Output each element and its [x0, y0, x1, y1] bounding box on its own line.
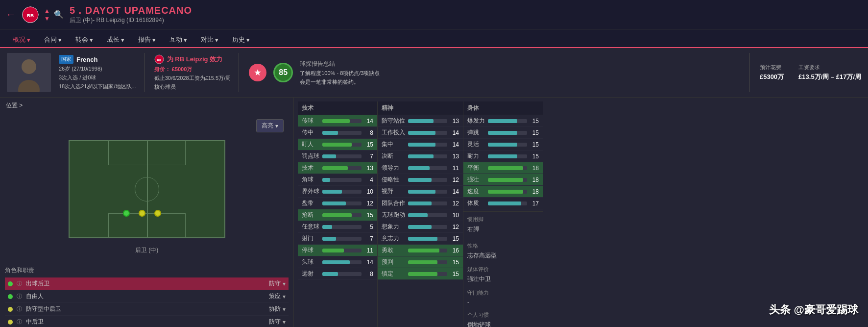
role-dot-3: [8, 307, 13, 312]
stat-determination: 意志力 15: [378, 233, 463, 245]
role-action-1[interactable]: 防守 ▾: [269, 279, 286, 288]
stat-jumping: 弹跳 15: [463, 127, 543, 139]
role-dropdown-2[interactable]: ▾: [283, 293, 286, 300]
scout-text: 球探报告总结 了解程度100% - 8项优点/3项缺点 会是一笔非常棒的签约。: [300, 60, 380, 86]
player-youth-caps: 18次入选21岁以下国家/地区队...: [59, 83, 136, 90]
pitch-diagram: [69, 140, 225, 238]
pitch-label: 后卫 (中): [135, 246, 158, 254]
media-section: 媒体评价 强壮中卫: [467, 266, 539, 283]
preferred-foot-section: 惯用脚 右脚: [467, 216, 483, 233]
role-info-icon-2[interactable]: ⓘ: [17, 293, 22, 300]
stat-passing: 传球 14: [298, 115, 377, 127]
role-dropdown-4[interactable]: ▾: [283, 319, 286, 326]
personality-value: 志存高远型: [467, 252, 539, 260]
ability-section: 守门能力 -: [467, 289, 539, 305]
search-icon[interactable]: 🔍: [54, 10, 64, 19]
role-info-icon-1[interactable]: ⓘ: [17, 280, 22, 287]
role-row-3[interactable]: ⓘ 防守型中后卫 协防 ▾: [5, 303, 289, 316]
habit-value-1: 倒地铲球: [467, 321, 539, 327]
role-dropdown-3[interactable]: ▾: [283, 306, 286, 313]
stat-dribbling: 盘带 12: [298, 198, 377, 209]
role-name-2: 自由人: [26, 292, 265, 301]
role-action-4[interactable]: 防守 ▾: [269, 318, 286, 326]
role-row-4[interactable]: ⓘ 中后卫 防守 ▾: [5, 316, 289, 327]
scout-title: 球探报告总结: [300, 60, 380, 68]
player-dot-3: [154, 210, 161, 217]
left-panel: 位置 > 高亮 ▾ 后卫 (中) 角色: [0, 98, 294, 327]
role-row-2[interactable]: ⓘ 自由人 策应 ▾: [5, 290, 289, 303]
financial-block: 预计花费 £5300万 工资要求 £13.5万/周 – £17万/周: [749, 53, 861, 92]
player-info-section: 国家 French 26岁 (27/10/1998) 3次入选 / 进0球 18…: [0, 48, 868, 98]
stats-mental: 精神 防守站位 13 工作投入 14 集中 14 决断: [378, 101, 463, 327]
mental-header: 精神: [378, 101, 463, 115]
role-action-3[interactable]: 协防 ▾: [269, 305, 286, 313]
ability-label: 守门能力: [467, 289, 539, 297]
svg-text:RB: RB: [157, 59, 161, 62]
club-info: RB 为 RB Leipzig 效力 身价： £5000万 截止30/6/202…: [144, 53, 231, 92]
player-nav-arrows[interactable]: ▲ ▼: [44, 7, 50, 22]
scout-report: ★ 85 球探报告总结 了解程度100% - 8项优点/3项缺点 会是一笔非常棒…: [239, 53, 742, 92]
tab-match[interactable]: 对比 ▾: [194, 32, 225, 48]
preferred-foot-value: 右脚: [467, 225, 483, 233]
personality-label: 性格: [467, 242, 539, 250]
stats-wrapper: 技术 传球 14 传中 8 盯人 15 罚点球: [298, 101, 864, 327]
tab-overview[interactable]: 概况 ▾: [6, 32, 37, 48]
habit-label: 个人习惯: [467, 311, 539, 319]
top-header: ← RB ▲ ▼ 🔍 5 . DAYOT UPAMECANO 后卫 (中)- R…: [0, 0, 868, 29]
stat-longshot: 远射 8: [298, 268, 377, 280]
player-age: 26岁 (27/10/1998): [59, 65, 136, 73]
role-dot-2: [8, 294, 13, 299]
player-nationality: 国家 French: [59, 55, 136, 64]
role-dot-1: [8, 281, 13, 286]
stat-bravery: 勇敢 16: [378, 245, 463, 256]
club-label: 为 RB Leipzig 效力: [167, 55, 222, 64]
nationality-badge: 国家: [59, 55, 73, 64]
stat-workrate: 工作投入 14: [378, 127, 463, 139]
stat-penalty: 罚点球 7: [298, 151, 377, 162]
role-action-2[interactable]: 策应 ▾: [269, 292, 286, 301]
tab-development[interactable]: 成长 ▾: [100, 32, 131, 48]
pitch-area: 高亮 ▾ 后卫 (中): [0, 114, 293, 259]
media-value: 强壮中卫: [467, 275, 539, 283]
nav-up-arrow[interactable]: ▲: [44, 7, 50, 14]
player-name-block: 5 . DAYOT UPAMECANO 后卫 (中)- RB Leipzig (…: [70, 5, 862, 25]
nav-down-arrow[interactable]: ▼: [44, 15, 50, 22]
stat-technique: 技术 13: [298, 162, 377, 174]
estimated-cost-label: 预计花费: [760, 64, 784, 71]
highlight-button[interactable]: 高亮 ▾: [256, 119, 284, 132]
position-header[interactable]: 位置 >: [0, 98, 293, 114]
stat-leadership: 领导力 11: [378, 162, 463, 174]
wage-demand-label: 工资要求: [798, 64, 861, 71]
stat-heading: 头球 14: [298, 256, 377, 268]
role-row-1[interactable]: ⓘ 出球后卫 防守 ▾: [5, 277, 289, 290]
roles-section: 角色和职责 ⓘ 出球后卫 防守 ▾ ⓘ 自由人 策应 ▾: [0, 259, 293, 327]
stat-shooting: 射门 7: [298, 233, 377, 245]
role-info-icon-4[interactable]: ⓘ: [17, 318, 22, 326]
back-button[interactable]: ←: [6, 9, 16, 20]
role-info-icon-3[interactable]: ⓘ: [17, 305, 22, 313]
stat-decisions: 决断 13: [378, 151, 463, 162]
tab-interaction[interactable]: 互动 ▾: [163, 32, 194, 48]
stat-stamina: 耐力 15: [463, 151, 543, 162]
nav-tabs: 概况 ▾ 合同 ▾ 转会 ▾ 成长 ▾ 报告 ▾ 互动 ▾ 对比 ▾ 历史 ▾: [0, 29, 868, 48]
stat-teamwork: 团队合作 12: [378, 198, 463, 209]
tab-contract[interactable]: 合同 ▾: [37, 32, 69, 48]
stat-anticipation: 预判 15: [378, 256, 463, 268]
right-panel: 技术 传球 14 传中 8 盯人 15 罚点球: [294, 98, 868, 327]
role-dropdown-1[interactable]: ▾: [283, 280, 286, 287]
player-number: 5: [70, 5, 75, 16]
stat-corners: 角球 4: [298, 174, 377, 186]
player-photo: [7, 53, 51, 92]
stat-marking: 盯人 15: [298, 139, 377, 151]
tab-history[interactable]: 历史 ▾: [225, 32, 257, 48]
estimated-cost-block: 预计花费 £5300万: [760, 64, 784, 81]
media-label: 媒体评价: [467, 266, 539, 273]
stat-aggression: 侵略性 12: [378, 174, 463, 186]
tab-report[interactable]: 报告 ▾: [131, 32, 163, 48]
tab-transfer[interactable]: 转会 ▾: [69, 32, 100, 48]
svg-text:RB: RB: [27, 12, 34, 18]
role-name-4: 中后卫: [26, 318, 265, 326]
stat-offtheball: 无球跑动 10: [378, 209, 463, 221]
role-dot-4: [8, 320, 13, 325]
stat-crossing: 传中 8: [298, 127, 377, 139]
